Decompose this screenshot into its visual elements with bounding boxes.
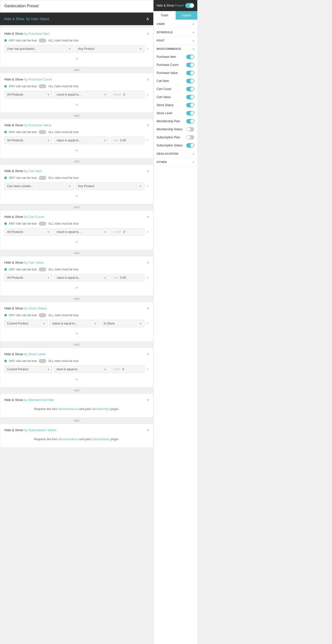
purchase-count-field2[interactable]: count is equal to...▼ <box>54 91 109 98</box>
purchase-count-toggle[interactable] <box>39 84 46 88</box>
stock-status-add[interactable]: ＋ <box>4 329 149 337</box>
toggle-purchase-count[interactable] <box>186 63 194 67</box>
cart-item-field1[interactable]: Cart does contain...▼ <box>4 182 74 190</box>
purchase-item-field2[interactable]: Any Product▼ <box>75 45 145 53</box>
divider-9: AND <box>0 418 153 424</box>
stock-status-field2[interactable]: status is equal to...▼ <box>50 320 100 327</box>
woocommerce-link-membership[interactable]: Woocommerce <box>58 407 78 411</box>
woocommerce-link-subscription[interactable]: Woocommerce <box>58 437 78 441</box>
toggle-stock-level[interactable] <box>186 111 194 115</box>
toggle-stock-status[interactable] <box>186 103 194 107</box>
memberships-link[interactable]: Memberships <box>91 407 110 411</box>
purchase-count-dot <box>4 85 7 88</box>
cart-item-add[interactable]: ＋ <box>4 192 149 200</box>
purchase-value-field3[interactable]: USD0.00 <box>111 137 145 144</box>
subscriptions-link[interactable]: Subscriptions <box>91 437 110 441</box>
purchase-value-field2[interactable]: value is equal to...▼ <box>54 137 109 144</box>
toggle-membership-status[interactable] <box>186 127 194 132</box>
section-purchase-item: Hide & Show by Purchase Item ∨ ANY rule … <box>0 27 153 67</box>
toggle-purchase-item[interactable] <box>186 55 194 59</box>
purchase-item-close[interactable]: ✕ <box>146 47 149 51</box>
user-status-bar: Hide & Show by User Status ∧ <box>0 13 153 25</box>
sidebar-section-schedule-header[interactable]: SCHEDULE ∧ <box>154 28 197 36</box>
stock-status-toggle[interactable] <box>39 313 46 317</box>
purchase-count-field1[interactable]: All Products▼ <box>4 91 52 98</box>
toggle-subscription-plan[interactable] <box>186 135 194 140</box>
other-chevron-icon: ∧ <box>193 161 195 164</box>
update-button[interactable]: Update <box>176 11 198 20</box>
cart-value-collapse[interactable]: ∨ <box>147 260 149 264</box>
stock-level-collapse[interactable]: ∨ <box>147 352 149 356</box>
purchase-value-close[interactable]: ✕ <box>146 138 149 142</box>
stock-status-collapse[interactable]: ∨ <box>147 306 149 310</box>
cart-count-field3[interactable]: COUNT0 <box>111 228 145 236</box>
purchase-item-collapse[interactable]: ∨ <box>147 31 149 35</box>
purchase-value-collapse[interactable]: ∨ <box>147 123 149 127</box>
sidebar-section-woocommerce: WOOCOMMERCE ∧ Purchase Item Purchase Cou… <box>154 45 197 150</box>
divider-5: AND <box>0 250 153 256</box>
cart-value-toggle[interactable] <box>39 267 46 271</box>
sidebar-item-subscription-plan: Subscription Plan <box>154 133 197 141</box>
divider-4: AND <box>0 204 153 210</box>
purchase-count-field3[interactable]: COUNT0 <box>111 91 145 98</box>
sidebar-item-purchase-value: Purchase Value <box>154 69 197 77</box>
sidebar-section-user-header[interactable]: USER ∧ <box>154 20 197 28</box>
stock-level-field1[interactable]: Current Product▼ <box>4 366 52 373</box>
stock-status-field1[interactable]: Current Product▼ <box>4 320 48 327</box>
sidebar-section-post-header[interactable]: POST ∧ <box>154 36 197 45</box>
cart-count-close[interactable]: ✕ <box>146 230 149 234</box>
cart-item-collapse[interactable]: ∨ <box>147 169 149 173</box>
stock-status-close[interactable]: ✕ <box>146 321 149 326</box>
cart-count-collapse[interactable]: ∨ <box>147 215 149 219</box>
divider-2: AND <box>0 113 153 119</box>
toggle-cart-item[interactable] <box>186 79 194 83</box>
stock-level-field3[interactable]: LEVEL0 <box>111 366 145 373</box>
cart-item-close[interactable]: ✕ <box>146 184 149 188</box>
purchase-count-close[interactable]: ✕ <box>146 93 149 97</box>
cart-count-add[interactable]: ＋ <box>4 238 149 246</box>
cart-value-dot <box>4 268 7 271</box>
cart-value-field1[interactable]: All Products▼ <box>4 274 52 281</box>
cart-value-title: Hide & Show by Cart Value <box>4 261 44 264</box>
purchase-value-field1[interactable]: All Products▼ <box>4 137 52 144</box>
purchase-count-add[interactable]: ＋ <box>4 100 149 108</box>
cart-value-add[interactable]: ＋ <box>4 284 149 292</box>
cart-count-field1[interactable]: All Products▼ <box>4 228 52 236</box>
trash-button[interactable]: Trash <box>154 11 176 20</box>
stock-status-field3[interactable]: In Stock▼ <box>101 320 145 327</box>
stock-level-field2[interactable]: level is equal to▼ <box>54 366 109 373</box>
preset-toggle[interactable] <box>185 3 194 8</box>
cart-value-close[interactable]: ✕ <box>146 276 149 280</box>
purchase-value-toggle[interactable] <box>39 130 46 134</box>
user-status-label: Hide & Show by User Status <box>4 17 50 21</box>
cart-item-toggle[interactable] <box>39 176 46 180</box>
sidebar-section-geolocation-header[interactable]: GEOLOCATION ∧ <box>154 150 197 158</box>
purchase-item-add[interactable]: ＋ <box>4 55 149 63</box>
any-all-toggle[interactable] <box>39 38 46 43</box>
toggle-cart-count[interactable] <box>186 87 194 91</box>
woocommerce-chevron-icon: ∧ <box>193 48 195 50</box>
toggle-cart-value[interactable] <box>186 95 194 99</box>
user-status-collapse-icon[interactable]: ∧ <box>146 16 149 22</box>
stock-level-add[interactable]: ＋ <box>4 375 149 383</box>
subscription-status-collapse[interactable]: ∨ <box>147 428 149 432</box>
cart-count-field2[interactable]: count is equal to...▼ <box>54 228 109 236</box>
purchase-count-collapse[interactable]: ∨ <box>147 77 149 81</box>
sidebar-section-woocommerce-header[interactable]: WOOCOMMERCE ∧ <box>154 45 197 53</box>
cart-count-title: Hide & Show by Cart Count <box>4 215 44 219</box>
cart-count-toggle[interactable] <box>39 222 46 226</box>
cart-item-dot <box>4 177 7 179</box>
section-purchase-value: Hide & Show by Purchase Value ∨ ANY rule… <box>0 119 153 158</box>
stock-level-toggle[interactable] <box>39 359 46 363</box>
toggle-purchase-value[interactable] <box>186 71 194 75</box>
purchase-value-add[interactable]: ＋ <box>4 146 149 154</box>
purchase-item-field1[interactable]: User has purchased...▼ <box>4 45 74 53</box>
membership-plan-collapse[interactable]: ∨ <box>147 398 149 402</box>
stock-level-close[interactable]: ✕ <box>146 367 149 371</box>
toggle-subscription-status[interactable] <box>186 143 194 148</box>
sidebar-section-other-header[interactable]: OTHER ∧ <box>154 158 197 166</box>
cart-value-field3[interactable]: USD0.00 <box>111 274 145 281</box>
cart-value-field2[interactable]: value is equal to...▼ <box>54 274 109 281</box>
toggle-membership-plan[interactable] <box>186 119 194 124</box>
cart-item-field2[interactable]: Any Product▼ <box>75 182 145 190</box>
